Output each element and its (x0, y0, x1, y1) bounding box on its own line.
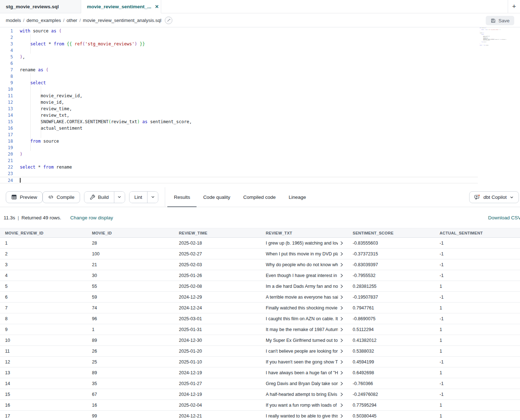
build-button[interactable]: Build (84, 192, 114, 203)
build-dropdown-chevron-icon[interactable] (114, 192, 125, 203)
code-line[interactable]: 6 (0, 60, 478, 67)
line-number: 24 (0, 177, 13, 184)
cell-sentiment-score: 0.41382012 (348, 338, 435, 343)
code-line[interactable]: 5), (0, 54, 478, 60)
cell-sentiment-score: 0.77595294 (348, 403, 435, 408)
expand-review-icon[interactable] (340, 241, 343, 245)
results-table-header: MOVIE_REVIEW_IDMOVIE_IDREVIEW_TIMEREVIEW… (0, 228, 520, 238)
expand-review-icon[interactable] (340, 349, 343, 353)
cell-review-txt: A half-hearted attempt to bring Elvis P… (261, 392, 348, 397)
cell-actual-sentiment: -1 (435, 251, 520, 256)
cell-sentiment-score: 0.7947761 (348, 305, 435, 310)
expand-review-icon[interactable] (340, 414, 343, 418)
tab-compiled-code[interactable]: Compiled code (237, 187, 282, 207)
code-line[interactable]: 19 (0, 144, 478, 151)
cell-movie-id: 30 (87, 273, 174, 278)
toolbar-divider (165, 187, 165, 207)
table-row: 13892024-12-19I have always been a huge … (0, 367, 520, 378)
code-line[interactable]: 16 actual_sentiment (0, 125, 478, 131)
code-line[interactable]: 4 (0, 47, 478, 54)
code-line[interactable]: 17 (0, 131, 478, 138)
code-line[interactable]: 2 (0, 34, 478, 41)
expand-review-icon[interactable] (340, 371, 343, 375)
expand-review-icon[interactable] (340, 381, 343, 386)
minimap-token: rename (485, 45, 488, 45)
lint-dropdown-chevron-icon[interactable] (147, 192, 158, 203)
breadcrumb-bar: models / demo_examples / other / movie_r… (0, 13, 520, 27)
code-line[interactable]: 10 (0, 86, 478, 93)
new-tab-button[interactable]: + (508, 0, 520, 13)
code-line[interactable]: 14 review_txt, (0, 112, 478, 119)
change-row-display-link[interactable]: Change row display (70, 215, 113, 220)
dbt-copilot-button[interactable]: dbt Copilot (469, 191, 519, 203)
expand-review-icon[interactable] (340, 284, 343, 289)
close-tab-icon[interactable]: ✕ (155, 4, 159, 9)
breadcrumb-demo-examples[interactable]: demo_examples (27, 18, 61, 23)
lint-button[interactable]: Lint (129, 192, 147, 203)
code-line[interactable]: 24 (0, 177, 478, 183)
line-number: 7 (0, 67, 13, 73)
minimap-token: source (483, 41, 486, 42)
cell-actual-sentiment: 1 (435, 414, 520, 419)
expand-review-icon[interactable] (340, 392, 343, 397)
cell-actual-sentiment: 1 (435, 284, 520, 289)
code-line[interactable]: 1with source as ( (0, 28, 478, 34)
cell-review-txt: I really wanted to be able to give this … (261, 414, 348, 419)
code-line[interactable]: 13 review_time, (0, 106, 478, 112)
code-line[interactable]: 12 movie_id, (0, 99, 478, 106)
code-line[interactable]: 8 (0, 73, 478, 80)
cell-review-time: 2025-03-01 (174, 316, 261, 321)
code-line[interactable]: 11 movie_review_id, (0, 93, 478, 99)
code-line[interactable]: 3 select * from {{ ref('stg_movie_review… (0, 41, 478, 47)
code-line[interactable]: 9 select (0, 80, 478, 86)
code-token: movie_id, (20, 100, 64, 105)
code-line[interactable]: 7rename as ( (0, 67, 478, 73)
code-line[interactable]: 20) (0, 151, 478, 157)
preview-button[interactable]: Preview (6, 191, 43, 203)
expand-review-icon[interactable] (340, 273, 343, 278)
compile-button[interactable]: Compile (43, 191, 80, 203)
expand-review-icon[interactable] (340, 317, 343, 321)
breadcrumb-other[interactable]: other (67, 18, 78, 23)
file-action-icon[interactable] (165, 17, 172, 24)
cell-review-txt: When I put this movie in my DVD playe… (261, 251, 348, 256)
expand-review-icon[interactable] (340, 403, 343, 407)
cell-actual-sentiment: 1 (435, 305, 520, 310)
expand-review-icon[interactable] (340, 263, 343, 267)
expand-review-icon[interactable] (340, 306, 343, 310)
save-button[interactable]: Save (486, 16, 514, 25)
line-number: 13 (0, 106, 13, 112)
tab-movie-review-sentiment[interactable]: movie_review_sentiment_... ✕ (81, 0, 161, 13)
code-line[interactable]: 22select * from rename (0, 164, 478, 170)
code-text (13, 132, 20, 137)
tab-results[interactable]: Results (167, 187, 197, 207)
code-line[interactable]: 18 from source (0, 138, 478, 144)
column-header: MOVIE_ID (87, 231, 174, 235)
expand-review-icon[interactable] (340, 338, 343, 343)
code-text (13, 171, 20, 176)
code-token: ( (109, 119, 111, 124)
cell-review-time: 2025-01-20 (174, 349, 261, 354)
tab-lineage[interactable]: Lineage (282, 187, 313, 207)
minimap-token: actual_sentiment (480, 40, 490, 40)
expand-review-icon[interactable] (340, 360, 343, 364)
expand-review-icon[interactable] (340, 295, 343, 299)
review-text: Greg Davis and Bryan Daly take some … (266, 381, 338, 386)
cell-review-time: 2024-12-24 (174, 305, 261, 310)
code-editor[interactable]: 1with source as (23 select * from {{ ref… (0, 27, 520, 187)
code-line[interactable]: 23 (0, 170, 478, 177)
code-text (13, 35, 20, 40)
code-line[interactable]: 15 SNOWFLAKE.CORTEX.SENTIMENT(review_txt… (0, 119, 478, 125)
review-text: When I put this movie in my DVD playe… (266, 251, 338, 256)
expand-review-icon[interactable] (340, 327, 343, 332)
download-csv-link[interactable]: Download CSV (488, 215, 520, 220)
breadcrumb-models[interactable]: models (6, 18, 21, 23)
tab-stg-movie-reviews[interactable]: stg_movie_reviews.sql (0, 0, 81, 13)
minimap-token: select (481, 29, 484, 30)
table-row: 6592024-12-29A terrible movie as everyon… (0, 292, 520, 303)
code-minimap[interactable]: with source as ( select * from {{ ref('s… (480, 27, 506, 47)
review-text: A terrible movie as everyone has said. … (266, 295, 338, 300)
expand-review-icon[interactable] (340, 252, 343, 256)
tab-code-quality[interactable]: Code quality (197, 187, 237, 207)
code-line[interactable]: 21 (0, 157, 478, 164)
